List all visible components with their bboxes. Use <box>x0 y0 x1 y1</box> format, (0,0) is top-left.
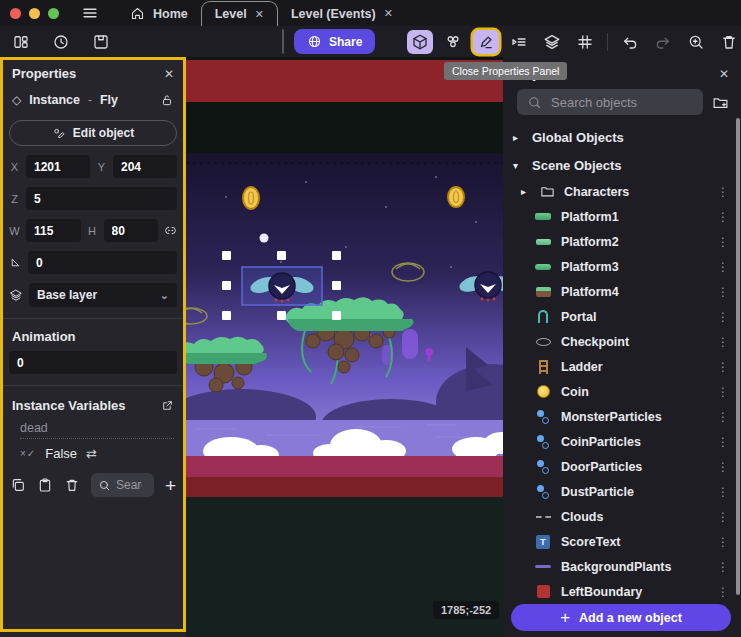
object-row-coin[interactable]: Coin ⋮ <box>503 379 741 404</box>
objects-group-button[interactable] <box>440 30 466 54</box>
tab-level-events[interactable]: Level (Events) ✕ <box>278 1 406 26</box>
object-row-platform3[interactable]: Platform3 ⋮ <box>503 254 741 279</box>
window-zoom-button[interactable] <box>48 8 59 19</box>
external-link-icon[interactable] <box>161 399 174 412</box>
height-input[interactable] <box>104 219 159 242</box>
link-dimensions-icon[interactable] <box>164 224 177 237</box>
save-button[interactable] <box>88 30 114 54</box>
object-row-portal[interactable]: Portal ⋮ <box>503 304 741 329</box>
scene-canvas[interactable]: 1785;-252 <box>186 57 503 637</box>
variables-search-box[interactable] <box>91 473 154 497</box>
copy-icon[interactable] <box>10 477 26 493</box>
kebab-menu-icon[interactable]: ⋮ <box>713 260 733 274</box>
unlock-icon[interactable] <box>160 93 174 107</box>
tab-close-icon[interactable]: ✕ <box>255 8 264 21</box>
kebab-menu-icon[interactable]: ⋮ <box>713 385 733 399</box>
object-row-dustparticle[interactable]: DustParticle ⋮ <box>503 479 741 504</box>
delete-button[interactable] <box>716 30 741 54</box>
window-minimize-button[interactable] <box>29 8 40 19</box>
add-folder-icon[interactable] <box>712 94 729 111</box>
boundary-thumbnail-icon <box>534 584 552 600</box>
kebab-menu-icon[interactable]: ⋮ <box>713 460 733 474</box>
object-row-checkpoint[interactable]: Checkpoint ⋮ <box>503 329 741 354</box>
folder-row-characters[interactable]: ▸ Characters ⋮ <box>503 179 741 204</box>
kebab-menu-icon[interactable]: ⋮ <box>713 235 733 249</box>
window-controls <box>0 0 67 26</box>
redo-button[interactable] <box>650 30 676 54</box>
object-row-leftboundary[interactable]: LeftBoundary ⋮ <box>503 579 741 604</box>
share-button[interactable]: Share <box>294 29 375 54</box>
x-label: X <box>9 161 20 173</box>
tab-level[interactable]: Level ✕ <box>201 1 278 26</box>
variables-search-input[interactable] <box>116 478 142 492</box>
kebab-menu-icon[interactable]: ⋮ <box>713 285 733 299</box>
trash-icon <box>720 33 738 51</box>
object-row-clouds[interactable]: Clouds ⋮ <box>503 504 741 529</box>
close-properties-icon[interactable]: ✕ <box>164 67 174 81</box>
kebab-menu-icon[interactable]: ⋮ <box>713 310 733 324</box>
globe-icon <box>307 34 322 49</box>
object-row-backgroundplants[interactable]: BackgroundPlants ⋮ <box>503 554 741 579</box>
undo-button[interactable] <box>617 30 643 54</box>
variable-name[interactable]: dead <box>20 421 174 439</box>
object-row-platform4[interactable]: Platform4 ⋮ <box>503 279 741 304</box>
kebab-menu-icon[interactable]: ⋮ <box>713 560 733 574</box>
tab-close-icon[interactable]: ✕ <box>384 7 393 20</box>
kebab-menu-icon[interactable]: ⋮ <box>713 435 733 449</box>
zoom-in-button[interactable] <box>683 30 709 54</box>
history-button[interactable] <box>48 30 74 54</box>
delete-variable-icon[interactable] <box>64 477 80 493</box>
plants-thumbnail-icon <box>534 559 552 575</box>
kebab-menu-icon[interactable]: ⋮ <box>713 360 733 374</box>
main-menu-button[interactable] <box>73 0 107 26</box>
object-row-coinparticles[interactable]: CoinParticles ⋮ <box>503 429 741 454</box>
angle-input[interactable] <box>28 251 177 274</box>
paste-icon[interactable] <box>37 477 53 493</box>
object-row-ladder[interactable]: Ladder ⋮ <box>503 354 741 379</box>
platform-thumbnail-icon <box>534 234 552 250</box>
edit-object-button[interactable]: Edit object <box>9 120 177 146</box>
close-objects-panel-icon[interactable]: ✕ <box>719 67 729 81</box>
kebab-menu-icon[interactable]: ⋮ <box>713 510 733 524</box>
kebab-menu-icon[interactable]: ⋮ <box>713 335 733 349</box>
objects-search-box[interactable]: Search objects <box>517 89 703 115</box>
width-input[interactable] <box>26 219 81 242</box>
preview-button[interactable]: Preview <box>282 29 284 54</box>
layers-button[interactable] <box>539 30 565 54</box>
kebab-menu-icon[interactable]: ⋮ <box>713 535 733 549</box>
group-global-objects[interactable]: ▸ Global Objects <box>503 123 741 151</box>
undo-icon <box>621 33 639 51</box>
kebab-menu-icon[interactable]: ⋮ <box>713 585 733 599</box>
ladder-thumbnail-icon <box>534 359 552 375</box>
swap-value-icon[interactable]: ⇄ <box>86 446 97 461</box>
kebab-menu-icon[interactable]: ⋮ <box>713 410 733 424</box>
kebab-menu-icon[interactable]: ⋮ <box>713 185 733 199</box>
object-row-monsterparticles[interactable]: MonsterParticles ⋮ <box>503 404 741 429</box>
object-row-scoretext[interactable]: ScoreText ⋮ <box>503 529 741 554</box>
object-row-platform2[interactable]: Platform2 ⋮ <box>503 229 741 254</box>
grid-button[interactable] <box>572 30 598 54</box>
object-row-doorparticles[interactable]: DoorParticles ⋮ <box>503 454 741 479</box>
tab-label: Level (Events) <box>291 7 376 21</box>
panels-layout-button[interactable] <box>8 30 34 54</box>
add-new-object-button[interactable]: + Add a new object <box>511 604 731 631</box>
kebab-menu-icon[interactable]: ⋮ <box>713 485 733 499</box>
y-input[interactable] <box>113 155 177 178</box>
instances-list-button[interactable] <box>506 30 532 54</box>
variable-value-row[interactable]: ×✓ False ⇄ <box>20 446 174 461</box>
particles-thumbnail-icon <box>534 409 552 425</box>
view-3d-button[interactable] <box>407 30 433 54</box>
close-properties-panel-button[interactable] <box>473 30 499 54</box>
add-variable-button[interactable]: + <box>165 476 176 495</box>
kebab-menu-icon[interactable]: ⋮ <box>713 210 733 224</box>
platform-thumbnail-icon <box>534 284 552 300</box>
objects-scrollbar[interactable] <box>736 118 740 595</box>
animation-input[interactable] <box>9 351 177 374</box>
object-row-platform1[interactable]: Platform1 ⋮ <box>503 204 741 229</box>
tab-home[interactable]: Home <box>117 1 201 26</box>
group-scene-objects[interactable]: ▾ Scene Objects <box>503 151 741 179</box>
window-close-button[interactable] <box>10 8 21 19</box>
layer-select[interactable]: Base layer ⌄ <box>29 283 177 307</box>
z-input[interactable] <box>26 187 177 210</box>
x-input[interactable] <box>26 155 90 178</box>
